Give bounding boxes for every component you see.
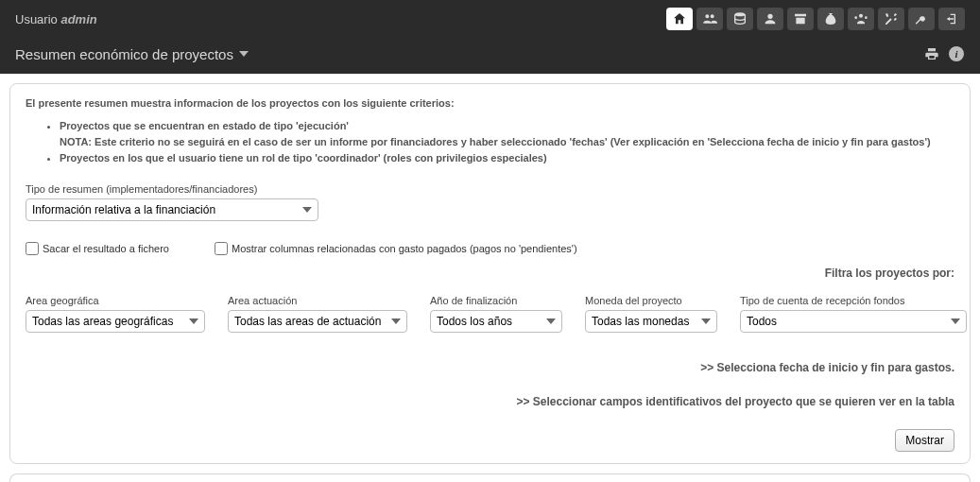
user-icon[interactable] bbox=[757, 8, 783, 30]
check-sacar-fichero[interactable]: Sacar el resultado a fichero bbox=[26, 242, 215, 255]
svg-point-0 bbox=[735, 12, 746, 16]
intro-lead: El presente resumen muestra informacion … bbox=[26, 97, 954, 109]
user-label: Usuario admin bbox=[15, 12, 97, 26]
chevron-down-icon bbox=[239, 51, 249, 57]
cuenta-select[interactable]: Todos bbox=[740, 310, 967, 333]
link-fechas[interactable]: >> Selecciona fecha de inicio y fin para… bbox=[26, 361, 954, 374]
area-act-select[interactable]: Todas las areas de actuación bbox=[228, 310, 407, 333]
cuenta-label: Tipo de cuenta de recepción fondos bbox=[740, 295, 967, 306]
toolbar-icons bbox=[666, 8, 965, 30]
home-icon[interactable] bbox=[666, 8, 693, 30]
app-header: Usuario admin bbox=[0, 0, 980, 74]
group-icon[interactable] bbox=[848, 8, 874, 30]
intro-bullet-2: Proyectos en los que el usuario tiene un… bbox=[60, 150, 954, 166]
filter-title: Filtra los proyectos por: bbox=[26, 267, 954, 280]
info-icon[interactable]: i bbox=[948, 45, 965, 62]
tools-icon[interactable] bbox=[878, 8, 904, 30]
archive-icon[interactable] bbox=[787, 8, 814, 30]
people-icon[interactable] bbox=[696, 8, 723, 30]
tipo-resumen-label: Tipo de resumen (implementadores/financi… bbox=[26, 183, 954, 195]
username: admin bbox=[60, 12, 96, 26]
print-icon[interactable] bbox=[923, 45, 940, 62]
page-title-dropdown[interactable]: Resumen económico de proyectos bbox=[15, 46, 249, 62]
link-campos[interactable]: >> Seleccionar campos identificativos de… bbox=[26, 395, 954, 408]
check-mostrar-columnas[interactable]: Mostrar columnas relacionadas con gasto … bbox=[215, 242, 577, 255]
tipo-resumen-select[interactable]: Información relativa a la financiación bbox=[26, 198, 318, 221]
exit-icon[interactable] bbox=[938, 8, 965, 30]
area-geo-select[interactable]: Todas las areas geográficas bbox=[26, 310, 205, 333]
area-geo-label: Area geográfica bbox=[26, 295, 205, 306]
moneda-label: Moneda del proyecto bbox=[585, 295, 717, 306]
database-icon[interactable] bbox=[727, 8, 753, 30]
anio-fin-label: Año de finalización bbox=[430, 295, 562, 306]
check-mostrar-columnas-input[interactable] bbox=[215, 242, 228, 255]
check-sacar-fichero-input[interactable] bbox=[26, 242, 39, 255]
next-panel-stub bbox=[9, 473, 971, 482]
intro-bullet-1: Proyectos que se encuentran en estado de… bbox=[60, 118, 954, 150]
mostrar-button[interactable]: Mostrar bbox=[895, 429, 954, 452]
moneda-select[interactable]: Todas las monedas bbox=[585, 310, 717, 333]
user-prefix: Usuario bbox=[15, 12, 58, 26]
page-title-text: Resumen económico de proyectos bbox=[15, 46, 233, 62]
key-icon[interactable] bbox=[908, 8, 935, 30]
anio-fin-select[interactable]: Todos los años bbox=[430, 310, 562, 333]
area-act-label: Area actuación bbox=[228, 295, 407, 306]
money-bag-icon[interactable] bbox=[817, 8, 844, 30]
main-panel: El presente resumen muestra informacion … bbox=[9, 83, 971, 464]
